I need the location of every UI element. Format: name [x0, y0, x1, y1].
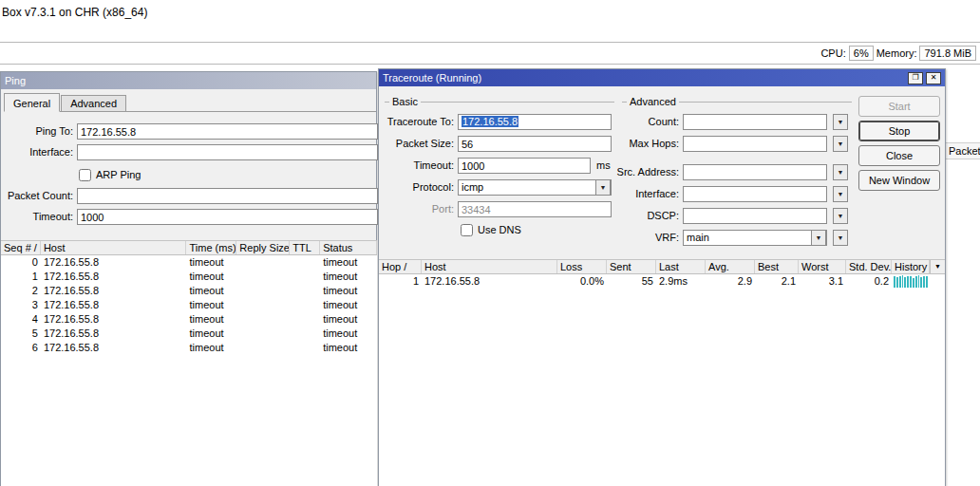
column-header-avg[interactable]: Avg. — [706, 260, 755, 273]
traceroute-table: ▼ Hop /HostLossSentLastAvg.BestWorstStd.… — [379, 259, 945, 486]
protocol-value: icmp — [462, 181, 483, 193]
column-header-hop[interactable]: Hop / — [379, 260, 422, 273]
cell-host: 172.16.55.8 — [41, 284, 187, 298]
column-header-sent[interactable]: Sent — [607, 260, 656, 273]
traceroute-interface-input[interactable] — [683, 186, 827, 202]
arp-ping-checkbox[interactable] — [79, 169, 91, 181]
count-input[interactable] — [683, 114, 827, 130]
vrf-dropdown-icon[interactable]: ▼ — [833, 230, 848, 246]
tab-general[interactable]: General — [4, 93, 60, 112]
cell-reply — [236, 327, 290, 341]
cpu-value: 6% — [849, 46, 874, 61]
table-row[interactable]: 3172.16.55.8timeouttimeout — [1, 298, 377, 312]
cell-seq: 1 — [1, 270, 41, 284]
count-dropdown-icon[interactable]: ▼ — [833, 114, 848, 130]
cell-seq: 2 — [1, 284, 41, 298]
cell-best: 2.1 — [755, 274, 799, 289]
background-column-header-packet[interactable]: Packet — [946, 142, 980, 159]
ping-timeout-input[interactable] — [77, 209, 378, 225]
table-row[interactable]: 5172.16.55.8timeouttimeout — [1, 327, 377, 341]
cell-hop: 1 — [379, 274, 422, 289]
cell-status: timeout — [320, 255, 377, 270]
cell-ttl — [290, 298, 320, 312]
column-header-status[interactable]: Status — [320, 241, 377, 254]
cell-time: timeout — [187, 298, 237, 312]
close-icon[interactable]: ✕ — [926, 72, 941, 84]
cell-host: 172.16.55.8 — [41, 312, 187, 327]
ping-window-body: General Advanced Ping To: Interface: ARP… — [1, 89, 376, 485]
column-header-seq[interactable]: Seq # / — [1, 241, 41, 254]
column-header-reply[interactable]: Reply Size — [236, 241, 290, 254]
desktop: Packet Ping General Advanced Ping To: In… — [0, 65, 980, 486]
cell-time: timeout — [187, 327, 237, 341]
dscp-dropdown-icon[interactable]: ▼ — [833, 208, 848, 224]
vrf-combobox[interactable]: main ▼ — [683, 230, 827, 246]
port-label: Port: — [379, 201, 454, 217]
cell-status: timeout — [320, 312, 377, 327]
cell-reply — [236, 284, 290, 298]
ping-to-input[interactable] — [77, 123, 378, 140]
cell-status: timeout — [320, 298, 377, 312]
ping-table: Seq # /HostTime (ms)Reply SizeTTLStatus0… — [1, 240, 377, 486]
app-toolbar: CPU: 6% Memory: 791.8 MiB — [0, 42, 980, 65]
table-row[interactable]: 2172.16.55.8timeouttimeout — [1, 284, 377, 298]
packet-count-input[interactable] — [77, 188, 378, 204]
history-filter-dropdown-icon[interactable]: ▼ — [930, 260, 945, 274]
memory-label: Memory: — [876, 47, 917, 59]
cell-status: timeout — [320, 327, 377, 341]
interface-input[interactable] — [77, 144, 378, 160]
new-window-button[interactable]: New Window — [858, 170, 940, 191]
column-header-loss[interactable]: Loss — [557, 260, 607, 273]
table-row[interactable]: 1172.16.55.80.0%552.9ms2.92.13.10.2 — [379, 274, 945, 289]
tab-advanced[interactable]: Advanced — [61, 95, 126, 111]
cell-host: 172.16.55.8 — [41, 341, 187, 355]
close-button[interactable]: Close — [858, 145, 940, 166]
column-header-last[interactable]: Last — [656, 260, 706, 273]
column-header-time[interactable]: Time (ms) — [186, 241, 236, 254]
column-header-host[interactable]: Host — [41, 241, 187, 254]
src-address-input[interactable] — [683, 164, 827, 180]
dscp-input[interactable] — [683, 208, 827, 224]
max-hops-dropdown-icon[interactable]: ▼ — [833, 136, 848, 152]
table-row[interactable]: 0172.16.55.8timeouttimeout — [1, 255, 377, 270]
traceroute-timeout-label: Timeout: — [379, 158, 454, 174]
cell-time: timeout — [187, 255, 237, 270]
column-header-worst[interactable]: Worst — [799, 260, 846, 273]
src-address-label: Src. Address: — [569, 164, 679, 180]
table-row[interactable]: 6172.16.55.8timeouttimeout — [1, 341, 377, 355]
traceroute-titlebar[interactable]: Traceroute (Running) ❐ ✕ — [379, 69, 945, 86]
column-header-stddev[interactable]: Std. Dev. — [846, 260, 892, 273]
traceroute-to-label: Traceroute To: — [379, 114, 454, 130]
protocol-label: Protocol: — [379, 179, 454, 196]
column-header-history[interactable]: History — [892, 260, 930, 273]
src-address-dropdown-icon[interactable]: ▼ — [833, 164, 848, 180]
basic-group-header: Basic — [385, 96, 614, 107]
table-row[interactable]: 4172.16.55.8timeouttimeout — [1, 312, 377, 327]
restore-icon[interactable]: ❐ — [908, 72, 923, 84]
ping-tabstrip: General Advanced — [4, 93, 376, 112]
interface-dropdown-icon[interactable]: ▼ — [833, 186, 848, 202]
vrf-label: VRF: — [569, 230, 679, 246]
start-button: Start — [858, 96, 940, 117]
cell-time: timeout — [187, 312, 237, 327]
max-hops-input[interactable] — [683, 136, 827, 152]
cell-host: 172.16.55.8 — [41, 298, 187, 312]
cell-sent: 55 — [607, 274, 656, 289]
stop-button[interactable]: Stop — [858, 121, 940, 141]
cell-avg: 2.9 — [706, 274, 755, 289]
cell-last: 2.9ms — [656, 274, 706, 289]
cell-reply — [236, 298, 290, 312]
column-header-host[interactable]: Host — [422, 260, 557, 273]
cell-time: timeout — [187, 270, 237, 284]
cell-ttl — [290, 270, 320, 284]
use-dns-checkbox[interactable] — [461, 224, 473, 236]
traceroute-to-selected-text: 172.16.55.8 — [462, 116, 518, 127]
column-header-ttl[interactable]: TTL — [290, 241, 320, 254]
cell-reply — [236, 312, 290, 327]
vrf-value: main — [687, 232, 709, 243]
ping-titlebar[interactable]: Ping — [1, 72, 376, 89]
history-bars — [892, 274, 930, 289]
vrf-combo-dropdown-icon[interactable]: ▼ — [811, 230, 826, 246]
column-header-best[interactable]: Best — [755, 260, 799, 273]
table-row[interactable]: 1172.16.55.8timeouttimeout — [1, 270, 377, 284]
